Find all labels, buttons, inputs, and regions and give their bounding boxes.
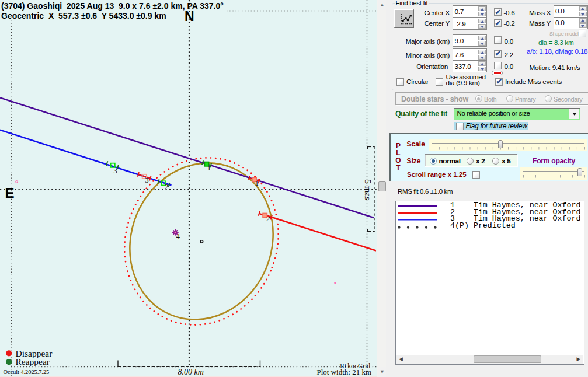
svg-text:4: 4	[176, 232, 180, 240]
svg-text:Geocentric X 557.3 ±0.6 Y 5: Geocentric X 557.3 ±0.6 Y 5433.0 ±0.9 km	[1, 11, 166, 20]
svg-text:3: 3	[114, 167, 117, 175]
svg-text:2: 2	[165, 183, 168, 191]
svg-text:E: E	[5, 185, 15, 201]
svg-text:8.00 km: 8.00 km	[178, 368, 204, 376]
svg-text:N: N	[185, 9, 194, 24]
svg-text:Occult 4.2025.7.25: Occult 4.2025.7.25	[4, 369, 50, 375]
svg-text:5 mas: 5 mas	[363, 180, 373, 201]
svg-text:1: 1	[207, 164, 211, 172]
svg-text:Plot width: 21 km: Plot width: 21 km	[316, 368, 371, 376]
svg-text:2: 2	[266, 215, 270, 223]
svg-text:Reappear: Reappear	[16, 357, 50, 366]
svg-text:3: 3	[145, 176, 149, 184]
svg-text:1: 1	[255, 179, 259, 187]
